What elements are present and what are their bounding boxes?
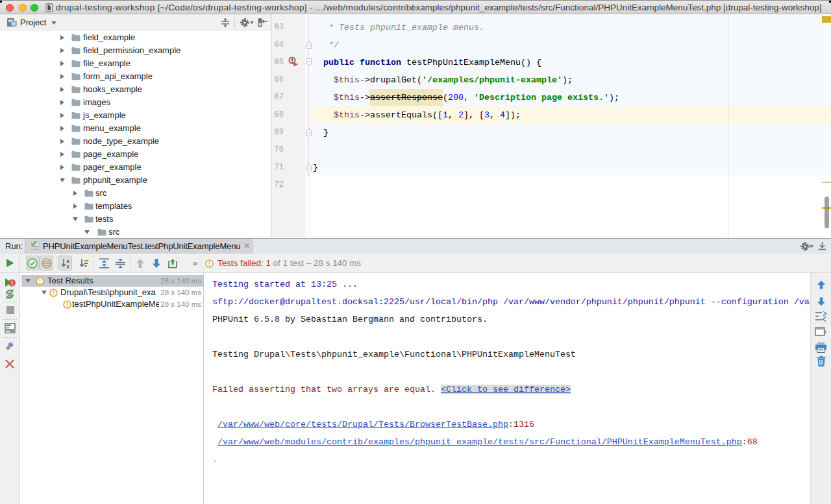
svg-text:php: php [32, 246, 38, 250]
svg-text:z: z [67, 263, 69, 269]
